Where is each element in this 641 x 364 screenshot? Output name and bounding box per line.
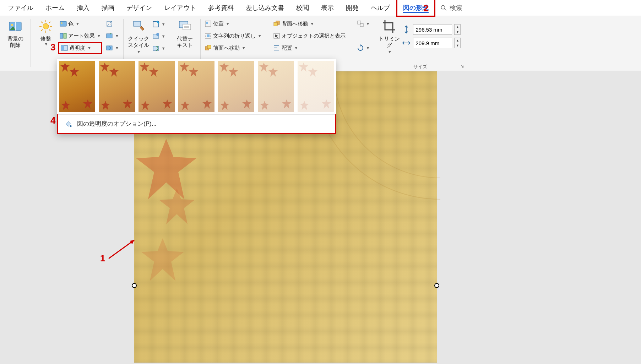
remove-background-button[interactable]: 背景の削除 [3, 18, 28, 48]
svg-line-56 [109, 240, 134, 259]
height-field[interactable]: ▲▼ [402, 24, 461, 35]
compress-icon [106, 20, 113, 27]
rotate-button[interactable]: ▼ [355, 42, 371, 54]
maple-leaf-decoration [159, 189, 195, 224]
search-box[interactable]: 検索 [440, 4, 462, 12]
resize-handle[interactable] [132, 283, 137, 288]
position-icon [205, 20, 212, 27]
transparency-options-row-highlight: 図の透明度のオプション(P)... [57, 114, 336, 134]
selection-pane-button[interactable]: オブジェクトの選択と表示 [272, 30, 347, 42]
bucket-icon [64, 120, 72, 128]
svg-line-12 [41, 29, 43, 31]
svg-point-55 [70, 125, 72, 127]
svg-rect-19 [61, 45, 64, 50]
svg-rect-23 [134, 21, 141, 26]
effects-icon [152, 33, 159, 40]
color-button[interactable]: 色▼ [58, 18, 102, 30]
send-backward-icon [273, 20, 280, 27]
transparency-preset-1[interactable] [99, 61, 135, 112]
svg-rect-44 [274, 22, 277, 26]
alt-text-button[interactable]: 代替テキスト [173, 18, 197, 48]
change-picture-button[interactable]: ▼ [104, 30, 120, 42]
maple-leaf-decoration [141, 238, 184, 281]
reset-icon [106, 44, 113, 51]
transparency-icon [61, 44, 68, 51]
change-picture-icon [106, 32, 113, 39]
chevron-down-icon: ▼ [44, 42, 48, 46]
tab-view[interactable]: 表示 [315, 0, 339, 16]
width-field[interactable]: ▲▼ [402, 38, 461, 48]
picture-border-button[interactable]: ▼ [151, 18, 167, 30]
svg-line-11 [49, 29, 50, 31]
tab-mailings[interactable]: 差し込み文書 [240, 0, 290, 16]
svg-line-13 [49, 22, 50, 23]
width-up[interactable]: ▲ [455, 38, 460, 43]
svg-rect-29 [183, 24, 191, 30]
artistic-effects-button[interactable]: アート効果▼ [58, 30, 102, 42]
paint-brush-icon [131, 19, 146, 33]
tab-home[interactable]: ホーム [40, 0, 70, 16]
transparency-preset-5[interactable] [258, 61, 294, 112]
reset-picture-button[interactable]: ▼ [104, 42, 120, 54]
bring-forward-button[interactable]: 前面へ移動▼ [203, 42, 263, 54]
svg-point-0 [441, 5, 445, 9]
group-button[interactable]: ▼ [355, 18, 371, 30]
height-up[interactable]: ▲ [455, 25, 460, 29]
height-down[interactable]: ▼ [455, 29, 460, 34]
annotation-arrow [107, 237, 138, 261]
tab-developer[interactable]: 開発 [340, 0, 364, 16]
sun-icon [39, 19, 53, 33]
svg-rect-34 [207, 34, 210, 37]
svg-line-10 [41, 22, 43, 23]
quick-styles-button[interactable]: クイックスタイル ▼ [126, 18, 151, 55]
transparency-options-label: 図の透明度のオプション(P)... [77, 120, 157, 128]
size-group-label: サイズ [374, 64, 466, 70]
picture-color-icon [60, 20, 67, 27]
crop-button[interactable]: トリミング▼ [377, 18, 402, 55]
transparency-button[interactable]: 透明度▼ [58, 42, 102, 54]
ribbon-tabs: ファイル ホーム 挿入 描画 デザイン レイアウト 参考資料 差し込み文書 校閲… [0, 0, 641, 16]
wrap-icon [205, 32, 212, 39]
size-dialog-launcher[interactable]: ⇲ [461, 64, 464, 69]
picture-layout-button[interactable]: ▼ [151, 42, 167, 54]
tab-references[interactable]: 参考資料 [202, 0, 239, 16]
tab-help[interactable]: ヘルプ [365, 0, 396, 16]
svg-point-4 [11, 24, 13, 26]
svg-point-5 [43, 23, 49, 29]
tab-file[interactable]: ファイル [2, 0, 39, 16]
svg-rect-33 [206, 22, 208, 24]
tab-review[interactable]: 校閲 [290, 0, 315, 16]
transparency-preset-3[interactable] [178, 61, 214, 112]
svg-point-26 [156, 33, 159, 36]
width-icon [402, 38, 411, 48]
text-wrap-button[interactable]: 文字列の折り返し▼ [203, 30, 263, 42]
tab-picture-format[interactable]: 図の形式 [396, 0, 435, 17]
tab-design[interactable]: デザイン [121, 0, 158, 16]
height-icon [402, 25, 411, 34]
transparency-preset-4[interactable] [218, 61, 254, 112]
svg-rect-14 [60, 21, 66, 26]
selection-icon [273, 32, 280, 39]
tab-layout[interactable]: レイアウト [158, 0, 202, 16]
transparency-preset-6[interactable] [298, 61, 334, 112]
search-label: 検索 [450, 4, 462, 12]
transparency-preset-2[interactable] [138, 61, 175, 112]
annotation-4: 4 [50, 115, 55, 126]
svg-rect-21 [107, 34, 112, 38]
width-input[interactable] [413, 38, 452, 48]
tab-draw[interactable]: 描画 [96, 0, 120, 16]
picture-effects-button[interactable]: ▼ [151, 30, 167, 42]
transparency-preset-0[interactable] [59, 61, 95, 112]
tab-insert[interactable]: 挿入 [71, 0, 95, 16]
resize-handle[interactable] [434, 283, 439, 288]
compress-button[interactable] [104, 18, 120, 30]
align-button[interactable]: 配置▼ [272, 42, 347, 54]
transparency-options-button[interactable]: 図の透明度のオプション(P)... [58, 114, 335, 133]
rotate-icon [357, 44, 364, 51]
send-backward-button[interactable]: 背面へ移動▼ [272, 18, 347, 30]
height-input[interactable] [413, 24, 452, 35]
width-down[interactable]: ▼ [455, 43, 460, 48]
position-button[interactable]: 位置▼ [203, 18, 263, 30]
search-icon [440, 5, 447, 11]
svg-rect-16 [60, 33, 63, 38]
